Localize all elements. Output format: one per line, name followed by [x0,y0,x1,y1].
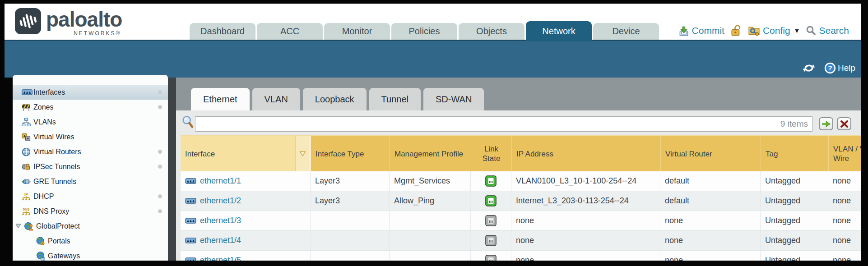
interface-link[interactable]: ethernet1/4 [200,236,241,245]
cell-interface: ethernet1/4 [181,231,311,250]
sidebar-item-virtual-wires[interactable]: Virtual Wires [13,129,168,144]
collapse-triangle-icon[interactable] [15,224,21,229]
ethernet-interface-icon [185,238,196,243]
globalprotect-icon [24,222,33,231]
ethernet-interface-icon [185,178,196,184]
cell-interface: ethernet1/5 [181,251,311,261]
help-button[interactable]: ? Help [824,62,855,74]
tab-ethernet[interactable]: Ethernet [191,88,250,110]
sidebar-item-globalprotect[interactable]: GlobalProtect [13,219,168,234]
cell-link-state [471,231,511,250]
filter-input[interactable] [197,117,754,131]
table-row[interactable]: ethernet1/4 none none Untagged none [181,231,861,251]
interfaces-icon [22,89,32,95]
col-header-interface[interactable]: Interface [181,136,311,171]
interface-link[interactable]: ethernet1/3 [200,216,241,225]
tab-monitor[interactable]: Monitor [324,23,390,40]
filter-search-icon [181,115,194,129]
status-dot [158,165,162,169]
link-up-icon [485,195,497,206]
main-nav-tabs: Dashboard ACC Monitor Policies Objects N… [190,21,659,40]
cell-management-profile [390,211,471,230]
col-header-ip-address[interactable]: IP Address [511,136,660,171]
tab-policies[interactable]: Policies [391,23,457,40]
commit-button[interactable]: Commit [678,25,724,36]
table-row[interactable]: ethernet1/2 Layer3 Allow_Ping Internet_L… [181,191,861,211]
lock-icon[interactable] [730,24,742,37]
sort-triangle-icon [299,151,306,156]
status-dot [158,194,162,198]
sidebar-item-gateways[interactable]: Gateways [13,248,168,261]
status-dot [158,90,162,94]
tab-vlan[interactable]: VLAN [252,88,300,110]
cell-interface-type: Layer3 [311,171,390,191]
top-bar: paloalto NETWORKS® Dashboard ACC Monitor… [5,4,861,40]
cell-interface-type: Layer3 [311,191,390,211]
search-button[interactable]: Search [806,25,849,36]
interface-link[interactable]: ethernet1/5 [200,256,241,261]
sidebar-item-portals[interactable]: Portals [13,234,168,248]
sub-header-band: ? Help [5,40,861,78]
dns-proxy-icon: DNS [22,207,31,216]
cell-link-state [471,211,511,230]
interface-link[interactable]: ethernet1/1 [200,176,241,186]
virtual-routers-icon [22,147,31,156]
link-down-icon [485,255,497,261]
ethernet-interface-icon [185,198,196,204]
tab-device[interactable]: Device [593,23,659,40]
table-row[interactable]: ethernet1/5 none none Untagged none [181,251,861,261]
tab-loopback[interactable]: Loopback [303,88,367,110]
sidebar-item-dhcp[interactable]: IP DHCP [13,189,168,204]
cell-vlan-virtual-wire: none [828,211,861,230]
tab-objects[interactable]: Objects [459,23,525,40]
cell-tag: Untagged [761,171,828,191]
tab-tunnel[interactable]: Tunnel [369,88,421,110]
sidebar-item-ipsec-tunnels[interactable]: IPSec Tunnels [13,159,168,174]
col-header-interface-type[interactable]: Interface Type [311,136,390,171]
sidebar-item-vlans[interactable]: VLANs [13,115,168,129]
sidebar-item-dns-proxy[interactable]: DNS DNS Proxy [13,204,168,219]
sort-dropdown[interactable] [295,136,311,171]
col-header-management-profile[interactable]: Management Profile [390,136,471,171]
table-row[interactable]: ethernet1/1 Layer3 Mgmt_Services VLAN010… [181,171,861,191]
sidebar-item-interfaces[interactable]: Interfaces [13,85,168,100]
gre-tunnels-icon [22,177,31,186]
svg-text:DNS: DNS [23,208,30,211]
sidebar-item-label: Gateways [48,252,80,260]
help-icon: ? [824,62,836,74]
sidebar-item-label: VLANs [33,118,56,126]
tab-sdwan[interactable]: SD-WAN [423,88,484,110]
sidebar-item-gre-tunnels[interactable]: GRE Tunnels [13,174,168,189]
tab-acc[interactable]: ACC [257,23,323,40]
col-header-vlan-virtual-wire[interactable]: VLAN / Virtual Wire [828,136,861,171]
cell-management-profile: Allow_Ping [390,191,471,211]
sidebar-item-virtual-routers[interactable]: Virtual Routers [13,144,168,159]
cell-interface: ethernet1/2 [181,191,311,211]
cell-virtual-router: none [660,231,761,250]
table-row[interactable]: ethernet1/3 none none Untagged none [181,211,861,231]
cell-interface-type [311,211,390,230]
col-header-link-state[interactable]: Link State [471,136,511,171]
tab-network[interactable]: Network [526,21,592,41]
main-content: Ethernet VLAN Loopback Tunnel SD-WAN 9 i… [176,78,861,261]
cell-tag: Untagged [761,191,828,211]
cell-virtual-router: default [660,191,761,211]
cell-virtual-router: default [660,171,761,191]
cell-ip-address: none [511,251,660,261]
ipsec-tunnels-icon [22,162,31,171]
sidebar-item-label: DNS Proxy [33,207,69,216]
apply-filter-button[interactable] [819,117,833,130]
svg-text:IP: IP [24,192,28,197]
top-actions: Commit Config ▼ [678,24,849,37]
col-header-tag[interactable]: Tag [761,136,828,171]
tab-dashboard[interactable]: Dashboard [190,23,255,40]
col-header-virtual-router[interactable]: Virtual Router [660,136,761,171]
clear-filter-button[interactable] [837,117,851,130]
refresh-icon[interactable] [803,63,815,73]
cell-tag: Untagged [761,211,828,230]
cell-interface: ethernet1/3 [181,211,311,230]
interface-link[interactable]: ethernet1/2 [200,196,241,206]
sidebar-item-zones[interactable]: Zones [13,100,168,115]
items-count: 9 items [780,119,808,129]
config-menu[interactable]: Config ▼ [748,25,800,36]
